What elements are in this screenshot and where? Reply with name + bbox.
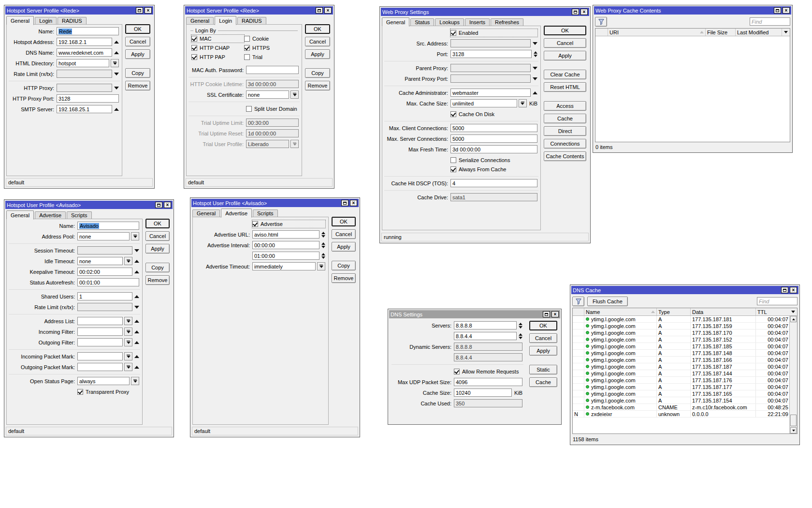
advertise-interval-input[interactable]: 00:00:00: [252, 241, 319, 249]
remove-button[interactable]: Remove: [305, 81, 330, 90]
titlebar[interactable]: Web Proxy Settings ×: [381, 8, 589, 16]
dropdown-button[interactable]: [124, 257, 132, 265]
table-row[interactable]: ytimg.l.google.comA177.135.187.14400:04:…: [573, 370, 790, 377]
spinner-control[interactable]: [534, 51, 537, 57]
close-button[interactable]: ×: [324, 7, 332, 14]
tab-inserts[interactable]: Inserts: [465, 18, 490, 26]
maximize-button[interactable]: [774, 7, 781, 14]
dropdown-button[interactable]: [124, 338, 132, 346]
checkbox-enabled[interactable]: Enabled: [450, 29, 537, 37]
dropdown-button[interactable]: [317, 262, 325, 270]
column-header-type[interactable]: Type: [657, 308, 691, 315]
copy-button[interactable]: Copy: [145, 263, 170, 272]
vertical-scrollbar[interactable]: [789, 316, 797, 433]
table-row[interactable]: ytimg.l.google.comA177.135.187.18500:04:…: [573, 343, 790, 350]
up-arrow-icon[interactable]: [134, 295, 139, 298]
close-button[interactable]: ×: [145, 7, 152, 14]
scroll-down-button[interactable]: [790, 427, 797, 433]
access-button[interactable]: Access: [544, 101, 586, 111]
up-arrow-icon[interactable]: [134, 260, 139, 263]
trial-uptime-limit-input[interactable]: 00:30:00: [246, 119, 299, 127]
outgoing-filter-input[interactable]: [77, 338, 123, 346]
cancel-button[interactable]: Cancel: [145, 231, 170, 241]
max-cache-size-input[interactable]: unlimited: [450, 99, 517, 107]
table-row[interactable]: ytimg.l.google.comA177.135.187.14800:04:…: [573, 350, 790, 357]
tab-login[interactable]: Login: [35, 17, 57, 25]
cancel-button[interactable]: Cancel: [544, 38, 586, 48]
tab-general[interactable]: General: [6, 210, 34, 220]
column-header-flags[interactable]: [573, 308, 584, 315]
dropdown-button[interactable]: [111, 59, 119, 67]
down-arrow-icon[interactable]: [114, 73, 119, 75]
table-row[interactable]: ytimg.l.google.comA177.135.187.16600:04:…: [573, 357, 790, 363]
maximize-button[interactable]: [572, 9, 579, 15]
dns-server-input-2[interactable]: 8.8.4.4: [454, 332, 517, 340]
up-arrow-icon[interactable]: [134, 355, 139, 358]
cancel-button[interactable]: Cancel: [529, 333, 557, 343]
maximize-button[interactable]: [781, 287, 788, 293]
smtp-server-input[interactable]: 192.168.25.1: [57, 105, 112, 113]
tab-general[interactable]: General: [382, 17, 409, 27]
dropdown-button[interactable]: [124, 352, 132, 360]
apply-button[interactable]: Apply: [332, 242, 356, 252]
trial-uptime-reset-input[interactable]: 1d 00:00:00: [246, 129, 299, 137]
ok-button[interactable]: OK: [125, 24, 150, 34]
table-row[interactable]: ytimg.l.google.comA177.135.187.17000:04:…: [573, 329, 790, 336]
tab-refreshes[interactable]: Refreshes: [491, 18, 523, 26]
http-cookie-lifetime-input[interactable]: 3d 00:00:00: [246, 80, 299, 88]
cache-button[interactable]: Cache: [544, 114, 586, 123]
spinner-control[interactable]: [321, 253, 325, 259]
cache-size-input[interactable]: 10240: [454, 388, 512, 397]
apply-button[interactable]: Apply: [145, 244, 170, 254]
table-row[interactable]: ytimg.l.google.comA177.135.187.15200:04:…: [573, 336, 790, 343]
checkbox-trial[interactable]: Trial: [244, 53, 297, 61]
dropdown-button[interactable]: [124, 363, 132, 371]
cache-hit-dscp-input[interactable]: 4: [450, 179, 537, 187]
maximize-button[interactable]: [543, 311, 550, 317]
remove-button[interactable]: Remove: [145, 275, 170, 285]
apply-button[interactable]: Apply: [305, 49, 330, 59]
dropdown-button[interactable]: [519, 99, 527, 107]
table-row[interactable]: ytimg.l.google.comA177.135.187.18100:04:…: [573, 316, 790, 323]
max-fresh-time-input[interactable]: 3d 00:00:00: [450, 145, 537, 153]
dropdown-button[interactable]: [131, 232, 139, 240]
ok-button[interactable]: OK: [332, 217, 356, 226]
spinner-control[interactable]: [321, 232, 325, 238]
cache-administrator-input[interactable]: webmaster: [450, 89, 531, 97]
cancel-button[interactable]: Cancel: [332, 229, 356, 239]
tab-general[interactable]: General: [192, 209, 220, 217]
table-row[interactable]: ytimg.l.google.comA177.135.187.17600:04:…: [573, 377, 790, 384]
remove-button[interactable]: Remove: [332, 273, 356, 283]
tab-radius[interactable]: RADIUS: [237, 17, 266, 25]
checkbox-allow-remote-requests[interactable]: Allow Remote Requests: [454, 368, 519, 375]
find-input[interactable]: [750, 17, 790, 26]
parent-proxy-input[interactable]: [450, 64, 531, 72]
cancel-button[interactable]: Cancel: [305, 37, 330, 46]
column-header-ttl[interactable]: TTL: [756, 308, 789, 315]
copy-button[interactable]: Copy: [305, 68, 330, 78]
spinner-control[interactable]: [519, 323, 522, 329]
up-arrow-icon[interactable]: [134, 341, 139, 344]
up-arrow-icon[interactable]: [533, 91, 537, 94]
dropdown-button[interactable]: [124, 317, 132, 325]
close-button[interactable]: ×: [783, 7, 790, 14]
up-arrow-icon[interactable]: [134, 270, 139, 273]
column-header-last-modified[interactable]: Last Modified: [736, 29, 782, 36]
src-address-input[interactable]: [450, 39, 531, 47]
titlebar[interactable]: Hotspot Server Profile <Rede> ×: [5, 6, 153, 15]
advertise-timeout-input[interactable]: immediately: [252, 262, 316, 270]
port-input[interactable]: 3128: [450, 50, 532, 58]
down-arrow-icon[interactable]: [134, 249, 139, 252]
rate-limit-input[interactable]: [57, 70, 112, 78]
checkbox-serialize-connections[interactable]: Serialize Connections: [450, 156, 510, 164]
open-status-page-input[interactable]: always: [77, 377, 130, 385]
scrollbar-thumb[interactable]: [790, 415, 797, 426]
down-arrow-icon[interactable]: [533, 67, 537, 70]
ok-button[interactable]: OK: [305, 24, 330, 34]
close-button[interactable]: ×: [350, 200, 357, 206]
table-row[interactable]: Nzxdeieixrunknown0.0.0.022:21:09: [573, 411, 790, 418]
up-arrow-icon[interactable]: [114, 41, 119, 44]
trial-user-profile-input[interactable]: Liberado: [246, 140, 289, 148]
static-button[interactable]: Static: [529, 365, 557, 374]
shared-users-input[interactable]: 1: [77, 292, 132, 300]
